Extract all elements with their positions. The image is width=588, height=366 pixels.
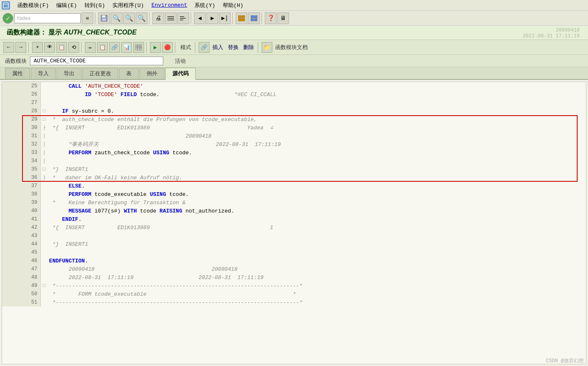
- code-text: "事务码开关 2022-08-31 17:11:19: [47, 140, 586, 148]
- fold-icon: [41, 273, 47, 282]
- table-row: 34│: [2, 157, 586, 165]
- check-button[interactable]: ✓: [2, 13, 13, 24]
- fold-icon[interactable]: □: [41, 282, 47, 290]
- monitor-btn[interactable]: 🖥: [277, 12, 289, 24]
- page-title: 函数构建器： 显示 AUTH_CHECK_TCODE: [7, 28, 581, 37]
- print-btn[interactable]: 🖨: [152, 12, 164, 24]
- search-btn-1[interactable]: [165, 12, 177, 24]
- fm-doc-label: 函数模块文档: [274, 44, 309, 51]
- menu-edit[interactable]: 编辑(E): [53, 1, 80, 10]
- tab-source[interactable]: 源代码: [165, 68, 196, 80]
- code-text: *{ INSERT ED1K913989 Yadea ∠: [47, 124, 586, 132]
- code-text: * auth_check_tcode enthält die Prüfungen…: [47, 115, 586, 124]
- nav-btn-2[interactable]: ▶: [207, 12, 218, 24]
- line-number: 28: [2, 107, 41, 115]
- fold-icon[interactable]: □: [41, 107, 47, 115]
- help-btn[interactable]: ❓: [265, 12, 277, 24]
- table-row: 48 2022-08-31 17:11:19 2022-08-31 17:11:…: [2, 273, 586, 282]
- toolbar-sep-3: [191, 12, 192, 24]
- display-btn[interactable]: ☀: [32, 42, 43, 53]
- code-text: ENDIF.: [47, 215, 586, 223]
- line-number: 32: [2, 140, 41, 148]
- table-btn[interactable]: [133, 42, 144, 53]
- copy-btn[interactable]: 📋: [56, 42, 67, 53]
- copy2-btn[interactable]: 📋: [97, 42, 108, 53]
- code-scroll[interactable]: 25 CALL 'AUTH_CHECK_TCODE'26 ID 'TCODE' …: [2, 82, 586, 364]
- nav-btn-3[interactable]: ▶|: [219, 12, 231, 24]
- svg-rect-7: [167, 20, 174, 20]
- edit-btn[interactable]: ✏: [85, 42, 96, 53]
- fold-icon: [41, 290, 47, 298]
- nav-btn-1[interactable]: ◀: [194, 12, 206, 24]
- page-header: 函数构建器： 显示 AUTH_CHECK_TCODE 20090418 2022…: [0, 26, 588, 40]
- menu-goto[interactable]: 转到(G): [81, 1, 108, 10]
- fold-icon[interactable]: □: [41, 165, 47, 173]
- run-btn[interactable]: ▶: [150, 42, 161, 53]
- table-row: 29□ * auth_check_tcode enthält die Prüfu…: [2, 115, 586, 124]
- double-arrow-btn[interactable]: «: [82, 12, 93, 24]
- save-btn[interactable]: [98, 12, 110, 24]
- line-number: 38: [2, 190, 41, 198]
- menu-utilities[interactable]: 实用程序(U): [109, 1, 147, 10]
- line-number: 26: [2, 90, 41, 99]
- toolbar-combo[interactable]: [14, 13, 81, 23]
- code-text: [47, 232, 586, 240]
- link-btn[interactable]: 🔗: [109, 42, 120, 53]
- code-text: *{ INSERT ED1K913989 1: [47, 223, 586, 232]
- fold-icon[interactable]: │: [41, 140, 47, 148]
- tab-properties[interactable]: 属性: [5, 68, 30, 79]
- menu-help[interactable]: 帮助(H): [219, 1, 247, 10]
- line-number: 29: [2, 115, 41, 124]
- line-number: 42: [2, 223, 41, 232]
- back-btn[interactable]: ←: [3, 42, 14, 53]
- line-number: 31: [2, 132, 41, 140]
- stop-btn[interactable]: 🔴: [162, 42, 173, 53]
- chart-btn[interactable]: 📊: [121, 42, 132, 53]
- code-text: CALL 'AUTH_CHECK_TCODE': [47, 82, 586, 90]
- fold-icon: [41, 90, 47, 99]
- doc-btn[interactable]: 📁: [262, 42, 272, 53]
- fold-icon[interactable]: │: [41, 148, 47, 157]
- tab-table[interactable]: 表: [119, 68, 139, 79]
- svg-rect-14: [251, 15, 257, 18]
- fold-icon[interactable]: ├: [41, 173, 47, 182]
- svg-rect-16: [254, 19, 257, 21]
- fold-icon[interactable]: │: [41, 157, 47, 165]
- fold-icon: [41, 257, 47, 265]
- find-btn-3[interactable]: 🔍: [136, 12, 147, 24]
- table-row: 45: [2, 248, 586, 257]
- line-number: 25: [2, 82, 41, 90]
- fold-icon: [41, 182, 47, 190]
- tab-changing[interactable]: 正在更改: [82, 68, 118, 79]
- menu-environment[interactable]: Environment: [148, 1, 191, 9]
- line-number: 51: [2, 298, 41, 307]
- fold-icon[interactable]: ├: [41, 124, 47, 132]
- table-row: 43: [2, 232, 586, 240]
- table-row: 37 ELSE.: [2, 182, 586, 190]
- code-text: PERFORM zauth_check_tcode USING tcode.: [47, 148, 586, 157]
- fold-icon: [41, 207, 47, 215]
- find-btn-1[interactable]: 🔍: [111, 12, 122, 24]
- tab-exception[interactable]: 例外: [140, 68, 164, 79]
- menu-system[interactable]: 系统(Y): [191, 1, 218, 10]
- fold-icon[interactable]: □: [41, 115, 47, 124]
- line-number: 33: [2, 148, 41, 157]
- undo-btn[interactable]: ⟲: [68, 42, 79, 53]
- fold-icon[interactable]: │: [41, 132, 47, 140]
- line-number: 48: [2, 273, 41, 282]
- table-row: 40 MESSAGE i077(s#) WITH tcode RAISING n…: [2, 207, 586, 215]
- insert-link-btn[interactable]: 🔗: [199, 42, 209, 53]
- layout-btn-2[interactable]: [248, 12, 260, 24]
- line-number: 45: [2, 248, 41, 257]
- tab-export[interactable]: 导出: [57, 68, 82, 79]
- tab-import[interactable]: 导入: [31, 68, 56, 79]
- forward-btn[interactable]: →: [15, 42, 26, 53]
- layout-btn-1[interactable]: [236, 12, 247, 24]
- sec-sep-3: [146, 42, 148, 53]
- search-btn-2[interactable]: [177, 12, 189, 24]
- delete-label: 删除: [242, 44, 256, 51]
- view-btn[interactable]: 👁: [44, 42, 55, 53]
- menu-func-module[interactable]: 函数模块(F): [14, 1, 52, 10]
- toolbar-sep-1: [95, 12, 97, 24]
- find-btn-2[interactable]: 🔍: [123, 12, 135, 24]
